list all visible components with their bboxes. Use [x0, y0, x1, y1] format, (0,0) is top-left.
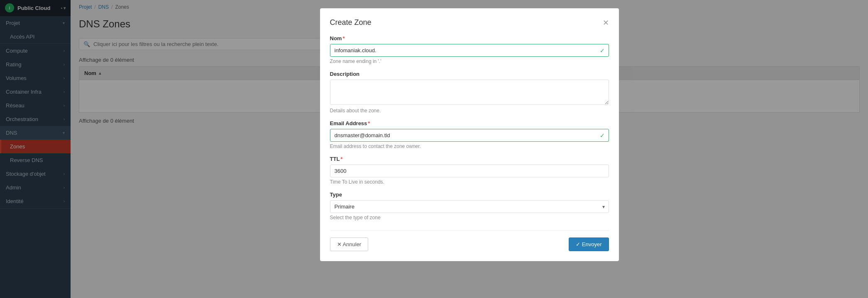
form-group-ttl: TTL* Time To Live in seconds. — [330, 156, 609, 185]
modal-title: Create Zone — [330, 18, 372, 27]
submit-button[interactable]: ✓ Envoyer — [569, 237, 609, 251]
modal-close-button[interactable]: ✕ — [603, 19, 609, 27]
nom-label: Nom* — [330, 35, 609, 41]
type-select[interactable]: Primaire Secondaire — [330, 200, 609, 213]
valid-icon-nom: ✓ — [600, 47, 605, 54]
valid-icon-email: ✓ — [600, 132, 605, 139]
type-hint: Select the type of zone — [330, 215, 609, 220]
cancel-button[interactable]: ✕ Annuler — [330, 237, 369, 251]
email-input[interactable] — [330, 129, 609, 142]
ttl-label: TTL* — [330, 156, 609, 162]
nom-input[interactable] — [330, 44, 609, 57]
modal-header: Create Zone ✕ — [330, 18, 609, 27]
form-group-type: Type Primaire Secondaire Select the type… — [330, 191, 609, 220]
type-label: Type — [330, 191, 609, 198]
email-hint: Email address to contact the zone owner. — [330, 143, 609, 149]
ttl-input[interactable] — [330, 165, 609, 177]
description-input[interactable] — [330, 80, 609, 105]
form-group-nom: Nom* ✓ Zone name ending in '.' — [330, 35, 609, 64]
description-hint: Details about the zone. — [330, 108, 609, 114]
modal-footer: ✕ Annuler ✓ Envoyer — [330, 230, 609, 251]
nom-hint: Zone name ending in '.' — [330, 58, 609, 64]
form-group-email: Email Address* ✓ Email address to contac… — [330, 120, 609, 149]
email-label: Email Address* — [330, 120, 609, 126]
ttl-hint: Time To Live in seconds. — [330, 179, 609, 185]
create-zone-modal: Create Zone ✕ Nom* ✓ Zone name ending in… — [320, 8, 619, 261]
form-group-description: Description Details about the zone. — [330, 71, 609, 114]
description-label: Description — [330, 71, 609, 77]
modal-overlay: Create Zone ✕ Nom* ✓ Zone name ending in… — [0, 0, 868, 298]
